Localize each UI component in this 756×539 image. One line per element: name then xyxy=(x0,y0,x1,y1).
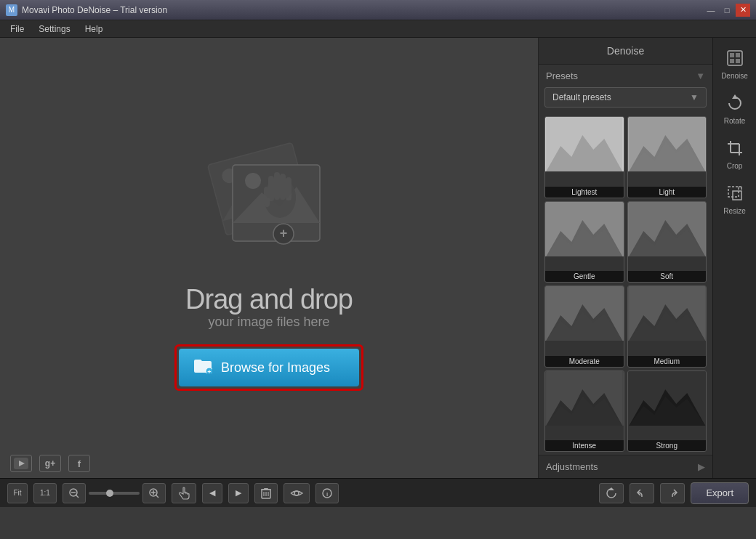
preset-moderate[interactable]: Moderate xyxy=(544,285,624,368)
tool-crop[interactable]: Crop xyxy=(716,134,754,176)
svg-text:+: + xyxy=(207,368,211,373)
svg-rect-10 xyxy=(286,177,291,200)
preset-lightest[interactable]: Lightest xyxy=(544,116,624,198)
preset-label-strong: Strong xyxy=(628,440,707,451)
preset-soft[interactable]: Soft xyxy=(627,201,707,283)
zoom-slider-area xyxy=(63,483,166,503)
svg-rect-21 xyxy=(546,117,622,171)
svg-marker-50 xyxy=(732,94,738,99)
crop-icon xyxy=(726,139,744,159)
svg-rect-8 xyxy=(274,172,280,200)
bottom-toolbar: Fit 1:1 ◀ ▶ xyxy=(0,478,756,507)
maximize-button[interactable]: □ xyxy=(720,4,734,17)
menu-help[interactable]: Help xyxy=(78,22,110,36)
drag-drop-icon: + xyxy=(196,129,342,267)
svg-rect-32 xyxy=(629,202,705,256)
preset-strong[interactable]: Strong xyxy=(627,370,707,453)
zoom-plus-button[interactable] xyxy=(142,483,166,503)
preset-label-medium: Medium xyxy=(628,356,707,367)
preset-label-lightest: Lightest xyxy=(545,187,624,198)
redo-button[interactable] xyxy=(660,483,685,503)
drag-drop-subtitle: your image files here xyxy=(185,315,353,330)
right-panel: Denoise Presets ▼ Default presets ▼ xyxy=(538,38,712,478)
youtube-icon[interactable] xyxy=(10,455,32,472)
denoise-icon xyxy=(726,49,744,69)
minimize-button[interactable]: — xyxy=(704,4,718,17)
title-bar-controls: — □ ✕ xyxy=(704,4,750,17)
tool-resize[interactable]: Resize xyxy=(716,179,754,221)
tool-denoise-label: Denoise xyxy=(721,72,748,80)
fit-button[interactable]: Fit xyxy=(7,483,28,503)
canvas-area: + Drag and drop your image files here + xyxy=(0,38,538,478)
window-title: Movavi Photo DeNoise – Trial version xyxy=(22,5,167,15)
tool-rotate-label: Rotate xyxy=(724,117,745,125)
title-bar-left: M Movavi Photo DeNoise – Trial version xyxy=(6,4,167,16)
resize-icon xyxy=(726,185,744,204)
dropdown-arrow: ▼ xyxy=(690,92,699,102)
tool-resize-label: Resize xyxy=(723,207,746,215)
svg-rect-68 xyxy=(264,488,268,490)
browse-for-images-button[interactable]: + Browse for Images xyxy=(179,349,359,386)
svg-rect-47 xyxy=(736,53,740,57)
export-button[interactable]: Export xyxy=(691,482,749,504)
svg-rect-46 xyxy=(730,53,734,57)
app-icon: M xyxy=(6,4,17,16)
svg-point-4 xyxy=(245,173,261,189)
drag-drop-text: Drag and drop your image files here xyxy=(185,285,353,331)
preset-gentle[interactable]: Gentle xyxy=(544,201,624,283)
preset-label-soft: Soft xyxy=(628,271,707,282)
toolbar-right: Denoise Rotate Crop xyxy=(712,38,756,478)
svg-rect-56 xyxy=(733,191,741,200)
preset-intense[interactable]: Intense xyxy=(544,370,624,453)
preset-label-gentle: Gentle xyxy=(545,271,624,282)
tool-rotate[interactable]: Rotate xyxy=(716,89,754,131)
svg-rect-48 xyxy=(730,59,734,63)
preset-light[interactable]: Light xyxy=(627,116,707,198)
svg-rect-9 xyxy=(280,174,286,200)
next-button[interactable]: ▶ xyxy=(228,483,249,503)
menu-file[interactable]: File xyxy=(3,22,31,36)
googleplus-icon[interactable]: g+ xyxy=(39,455,61,472)
preset-label-intense: Intense xyxy=(545,440,624,451)
adjustments-arrow: ▶ xyxy=(698,461,705,472)
prev-button[interactable]: ◀ xyxy=(202,483,222,503)
facebook-icon[interactable]: f xyxy=(68,455,90,472)
delete-button[interactable] xyxy=(254,483,278,503)
preset-label-moderate: Moderate xyxy=(545,356,624,367)
drop-zone: + Drag and drop your image files here + xyxy=(174,125,363,392)
svg-text:i: i xyxy=(326,491,328,498)
info-button[interactable]: i xyxy=(315,483,339,503)
main-layout: + Drag and drop your image files here + xyxy=(0,38,756,478)
adjustments-bar[interactable]: Adjustments ▶ xyxy=(539,455,712,478)
svg-line-61 xyxy=(76,495,79,498)
preset-label-light: Light xyxy=(628,187,707,198)
rotate-ccw-button[interactable] xyxy=(599,483,624,503)
social-bar: g+ f xyxy=(0,449,100,478)
preset-medium[interactable]: Medium xyxy=(627,285,707,368)
menu-bar: File Settings Help xyxy=(0,20,756,38)
browse-button-container: + Browse for Images xyxy=(174,344,363,391)
menu-settings[interactable]: Settings xyxy=(31,22,77,36)
zoom-handle[interactable] xyxy=(106,490,113,497)
hand-tool-button[interactable] xyxy=(172,483,196,503)
zoom-minus-button[interactable] xyxy=(63,483,86,503)
eye-button[interactable] xyxy=(284,483,310,503)
drop-icon-container: + xyxy=(182,125,356,270)
title-bar: M Movavi Photo DeNoise – Trial version —… xyxy=(0,0,756,20)
ratio-button[interactable]: 1:1 xyxy=(33,483,57,503)
svg-point-72 xyxy=(294,491,299,495)
presets-arrow: ▼ xyxy=(696,70,705,81)
undo-button[interactable] xyxy=(630,483,654,503)
presets-grid: Lightest Light xyxy=(539,113,712,455)
svg-rect-55 xyxy=(728,187,739,197)
browse-label: Browse for Images xyxy=(221,360,330,376)
presets-dropdown[interactable]: Default presets ▼ xyxy=(544,87,707,108)
close-button[interactable]: ✕ xyxy=(736,4,750,17)
folder-icon: + xyxy=(193,357,212,378)
zoom-slider[interactable] xyxy=(89,492,140,495)
tool-crop-label: Crop xyxy=(727,162,743,170)
tool-denoise[interactable]: Denoise xyxy=(716,44,754,86)
rotate-icon xyxy=(726,94,744,114)
adjustments-label: Adjustments xyxy=(546,461,598,472)
svg-line-65 xyxy=(156,495,158,498)
